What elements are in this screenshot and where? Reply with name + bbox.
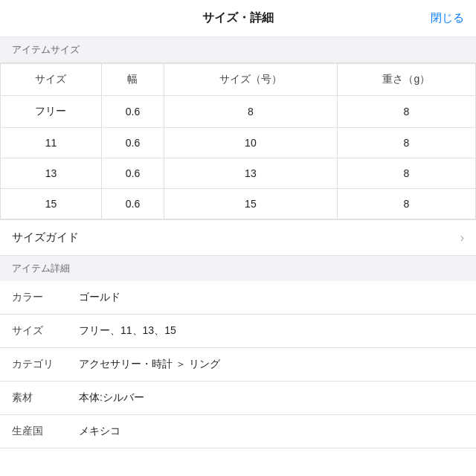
detail-row: カラーゴールド	[0, 281, 476, 315]
detail-section: カラーゴールドサイズフリー、11、13、15カテゴリアクセサリー・時計 ＞ リン…	[0, 281, 476, 448]
table-row: 110.6108	[1, 128, 476, 158]
detail-value: アクセサリー・時計 ＞ リング	[79, 358, 464, 371]
table-cell: 11	[1, 128, 102, 158]
table-cell: 0.6	[101, 128, 164, 158]
size-table-container: サイズ幅サイズ（号）重さ（g） フリー0.688110.6108130.6138…	[0, 62, 476, 220]
detail-key: カテゴリ	[12, 358, 79, 371]
detail-value: フリー、11、13、15	[79, 324, 464, 338]
table-cell: 13	[164, 158, 338, 189]
detail-key: 素材	[12, 391, 79, 405]
detail-key: 生産国	[12, 425, 79, 438]
size-guide-label: サイズガイド	[12, 231, 79, 245]
detail-key: サイズ	[12, 324, 79, 338]
table-header-cell: 重さ（g）	[337, 64, 475, 96]
table-cell: 8	[337, 128, 475, 158]
item-detail-section-label: アイテム詳細	[0, 256, 476, 281]
table-cell: 8	[337, 96, 475, 128]
detail-value: メキシコ	[79, 425, 464, 438]
size-guide-row[interactable]: サイズガイド ›	[0, 220, 476, 256]
table-cell: フリー	[1, 96, 102, 128]
header: サイズ・詳細 閉じる	[0, 0, 476, 37]
close-button[interactable]: 閉じる	[431, 11, 464, 25]
table-row: 150.6158	[1, 189, 476, 219]
item-size-section-label: アイテムサイズ	[0, 37, 476, 62]
table-cell: 10	[164, 128, 338, 158]
table-cell: 15	[164, 189, 338, 219]
table-cell: 0.6	[101, 158, 164, 189]
table-cell: 8	[337, 189, 475, 219]
table-header-cell: サイズ	[1, 64, 102, 96]
detail-value: 本体:シルバー	[79, 391, 464, 405]
table-cell: 15	[1, 189, 102, 219]
detail-row: 素材本体:シルバー	[0, 382, 476, 415]
table-row: 130.6138	[1, 158, 476, 189]
detail-value: ゴールド	[79, 291, 464, 304]
table-header-cell: サイズ（号）	[164, 64, 338, 96]
page-container: サイズ・詳細 閉じる アイテムサイズ サイズ幅サイズ（号）重さ（g） フリー0.…	[0, 0, 476, 448]
detail-row: サイズフリー、11、13、15	[0, 315, 476, 348]
table-header-row: サイズ幅サイズ（号）重さ（g）	[1, 64, 476, 96]
detail-row: 生産国メキシコ	[0, 415, 476, 448]
detail-key: カラー	[12, 291, 79, 304]
chevron-right-icon: ›	[460, 231, 464, 245]
table-header-cell: 幅	[101, 64, 164, 96]
page-title: サイズ・詳細	[202, 10, 274, 26]
table-cell: 8	[337, 158, 475, 189]
table-cell: 0.6	[101, 96, 164, 128]
table-row: フリー0.688	[1, 96, 476, 128]
detail-row: カテゴリアクセサリー・時計 ＞ リング	[0, 348, 476, 382]
table-cell: 13	[1, 158, 102, 189]
table-cell: 0.6	[101, 189, 164, 219]
size-table: サイズ幅サイズ（号）重さ（g） フリー0.688110.6108130.6138…	[0, 63, 476, 219]
table-cell: 8	[164, 96, 338, 128]
